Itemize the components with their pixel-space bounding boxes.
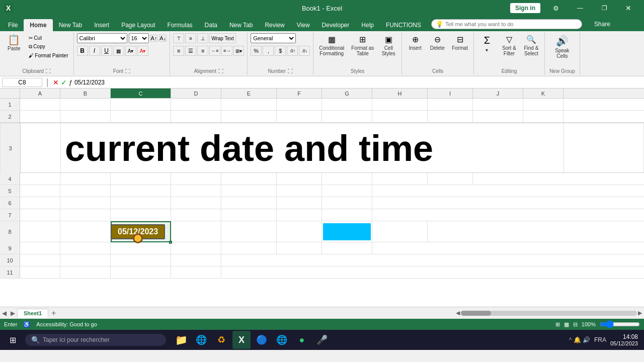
cell-g1[interactable] [322,99,372,110]
cell-b2[interactable] [60,111,111,122]
taskbar-app6[interactable]: 🌐 [273,331,291,349]
cell-a5[interactable] [20,185,60,197]
copy-button[interactable]: ⧉ Copy [27,43,70,51]
cell-a2[interactable] [20,111,60,122]
view-break-icon[interactable]: ⊟ [573,321,578,328]
currency-button[interactable]: $ [275,46,286,56]
col-header-a[interactable]: A [20,88,60,98]
cell-g8-blue[interactable] [322,221,372,242]
col-header-k[interactable]: K [523,88,564,98]
cell-g6[interactable] [322,197,372,209]
cell-c7[interactable] [111,209,171,221]
row-num-3[interactable]: 3 [1,123,21,173]
taskbar-mic[interactable]: 🎤 [313,331,331,349]
cell-b3-main-content[interactable]: current date and time [61,123,564,173]
cell-i1[interactable] [428,99,473,110]
cell-j1[interactable] [473,99,523,110]
cell-a10[interactable] [20,254,60,266]
cancel-formula-icon[interactable]: ✕ [53,78,59,86]
align-top-button[interactable]: ⊤ [173,33,184,43]
italic-button[interactable]: I [89,46,100,56]
col-header-b[interactable]: B [60,88,111,98]
zoom-slider[interactable] [600,321,640,327]
cell-b5[interactable] [60,185,111,197]
cell-g4[interactable] [322,173,372,185]
align-bottom-button[interactable]: ⊥ [197,33,208,43]
cell-b7[interactable] [60,209,111,221]
cell-f7[interactable] [277,209,322,221]
comma-button[interactable]: , [263,46,274,56]
cell-a7[interactable] [20,209,60,221]
restore-button[interactable]: ❐ [593,0,616,16]
cell-d6[interactable] [171,197,221,209]
col-header-h[interactable]: H [372,88,428,98]
tab-newtab1[interactable]: New Tab [53,19,88,31]
sign-in-button[interactable]: Sign in [510,3,540,13]
cell-c4[interactable] [111,173,171,185]
cell-e4[interactable] [221,173,277,185]
tab-newtab2[interactable]: New Tab [223,19,259,31]
sort-filter-button[interactable]: ▽ Sort &Filter [499,33,519,58]
taskbar-app5[interactable]: 🔵 [253,331,271,349]
insert-cells-button[interactable]: ⊕ Insert [405,33,425,52]
format-as-table-button[interactable]: ⊞ Format asTable [349,33,376,58]
cell-e9[interactable] [221,242,277,254]
cell-g9[interactable] [322,242,372,254]
horizontal-scrollbar[interactable]: ◀ ▶ [456,310,644,316]
row-num-4[interactable]: 4 [0,173,20,185]
cell-a1[interactable] [20,99,60,110]
cell-h2[interactable] [372,111,428,122]
scroll-right-icon[interactable]: ▶ [638,310,642,316]
cell-e8[interactable] [221,221,277,242]
cell-c2[interactable] [111,111,171,122]
cell-d10[interactable] [171,254,221,266]
cell-i2[interactable] [428,111,473,122]
cell-d7[interactable] [171,209,221,221]
tab-view[interactable]: View [291,19,316,31]
paste-button[interactable]: 📋 Paste [3,33,25,53]
scroll-left-icon[interactable]: ◀ [456,310,460,316]
tell-me-bar[interactable]: 💡 [431,19,582,29]
row-num-2[interactable]: 2 [0,111,20,122]
formula-input[interactable]: 05/12/2023 [74,79,642,86]
taskbar-file-explorer[interactable]: 📁 [172,331,190,349]
cell-h8[interactable] [372,221,428,242]
delete-cells-button[interactable]: ⊖ Delete [427,33,447,52]
cell-d1[interactable] [171,99,221,110]
col-header-c[interactable]: C [111,88,171,98]
windows-start-button[interactable]: ⊞ [2,331,23,349]
tab-data[interactable]: Data [199,19,223,31]
cell-e5[interactable] [221,185,277,197]
border-button[interactable]: ▦ [113,46,124,56]
close-button[interactable]: ✕ [617,0,640,16]
conditional-formatting-button[interactable]: ▦ ConditionalFormatting [316,33,347,58]
cell-b11[interactable] [60,266,111,278]
align-center-button[interactable]: ☰ [185,46,196,56]
cell-e7[interactable] [221,209,277,221]
cell-f4[interactable] [277,173,322,185]
cell-f5[interactable] [277,185,322,197]
view-normal-icon[interactable]: ⊞ [555,321,560,328]
format-painter-button[interactable]: 🖌 Format Painter [27,52,70,59]
cell-a6[interactable] [20,197,60,209]
percent-button[interactable]: % [251,46,262,56]
insert-function-icon[interactable]: ƒ [69,78,72,86]
cell-c11[interactable] [111,266,171,278]
cell-e2[interactable] [221,111,277,122]
font-decrease-button[interactable]: A↓ [159,35,167,42]
row-num-1[interactable]: 1 [0,99,20,110]
cell-g5[interactable] [322,185,372,197]
autosum-button[interactable]: Σ ▾ [477,33,497,54]
row-num-7[interactable]: 7 [0,209,20,221]
cell-k1[interactable] [523,99,564,110]
row-num-11[interactable]: 11 [0,266,20,278]
cell-f2[interactable] [277,111,322,122]
cell-d8[interactable] [171,221,221,242]
tab-file[interactable]: File [2,19,24,31]
align-left-button[interactable]: ≡ [173,46,184,56]
cell-g2[interactable] [322,111,372,122]
tab-help[interactable]: Help [355,19,380,31]
tab-functions[interactable]: FUNCTIONS [380,19,427,31]
format-cells-button[interactable]: ⊟ Format [449,33,470,52]
cell-i4[interactable] [428,173,473,185]
